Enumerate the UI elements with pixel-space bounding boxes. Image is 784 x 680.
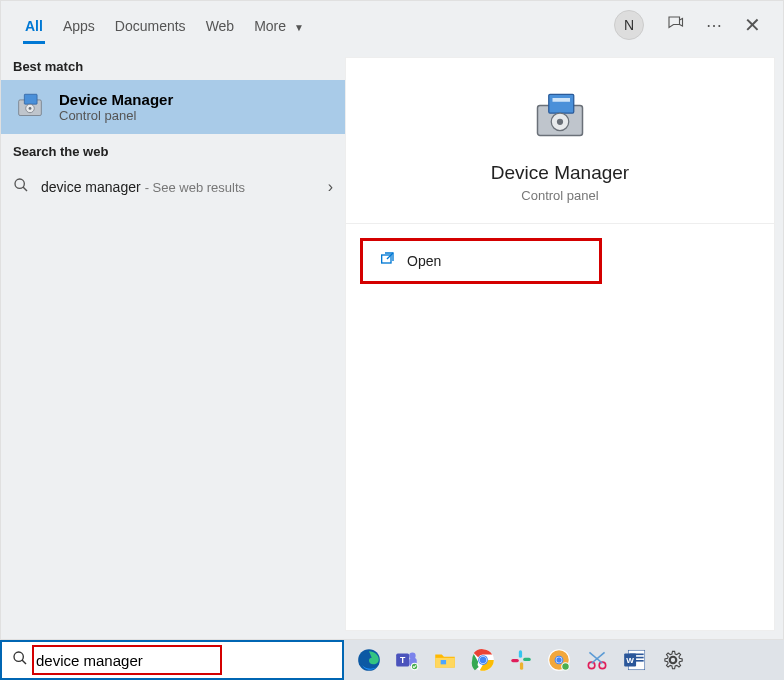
best-match-result[interactable]: Device Manager Control panel: [1, 80, 345, 134]
close-icon[interactable]: ✕: [744, 13, 761, 37]
svg-rect-28: [520, 662, 523, 670]
search-icon: [12, 650, 28, 670]
svg-point-25: [480, 657, 487, 664]
svg-rect-21: [441, 660, 446, 664]
search-web-header: Search the web: [1, 134, 345, 165]
svg-point-4: [15, 179, 24, 188]
best-match-text: Device Manager Control panel: [59, 91, 173, 123]
svg-text:T: T: [400, 655, 406, 665]
best-match-subtitle: Control panel: [59, 108, 173, 123]
header-actions: N ⋯ ✕: [614, 10, 769, 40]
tab-more[interactable]: More ▼: [244, 6, 314, 44]
word-icon[interactable]: W: [620, 645, 650, 675]
best-match-header: Best match: [1, 49, 345, 80]
details-title: Device Manager: [346, 162, 774, 184]
file-explorer-icon[interactable]: [430, 645, 460, 675]
settings-icon[interactable]: [658, 645, 688, 675]
tab-all[interactable]: All: [15, 6, 53, 44]
svg-rect-7: [549, 94, 574, 113]
slack-icon[interactable]: [506, 645, 536, 675]
left-pane: Best match Device Manager Control panel …: [1, 49, 345, 639]
svg-rect-29: [511, 659, 519, 662]
search-input[interactable]: [36, 652, 296, 669]
teams-icon[interactable]: T: [392, 645, 422, 675]
device-manager-icon: [530, 88, 590, 148]
search-icon: [13, 177, 29, 197]
svg-point-10: [557, 119, 563, 125]
chevron-down-icon: ▼: [294, 22, 304, 33]
svg-rect-27: [523, 658, 531, 661]
web-result-label: device manager: [41, 179, 141, 195]
tab-more-label: More: [254, 18, 286, 34]
chrome-icon[interactable]: [468, 645, 498, 675]
user-avatar[interactable]: N: [614, 10, 644, 40]
tab-apps[interactable]: Apps: [53, 6, 105, 44]
snip-icon[interactable]: [582, 645, 612, 675]
web-result-hint: - See web results: [145, 180, 245, 195]
edge-icon[interactable]: [354, 645, 384, 675]
web-result-row[interactable]: device manager - See web results ›: [1, 165, 345, 209]
svg-rect-26: [519, 650, 522, 658]
right-pane: Device Manager Control panel Open: [345, 57, 775, 631]
details-subtitle: Control panel: [346, 188, 774, 203]
open-button[interactable]: Open: [360, 238, 602, 284]
svg-line-13: [22, 660, 26, 664]
taskbar-search[interactable]: [0, 640, 344, 680]
tab-row: All Apps Documents Web More ▼ N ⋯ ✕: [1, 1, 783, 49]
search-window: All Apps Documents Web More ▼ N ⋯ ✕ Best…: [0, 0, 784, 640]
taskbar: T W: [0, 640, 784, 680]
open-icon: [379, 251, 395, 271]
best-match-title: Device Manager: [59, 91, 173, 108]
details-header: Device Manager Control panel: [346, 58, 774, 224]
svg-text:W: W: [626, 656, 634, 665]
chrome-canary-icon[interactable]: [544, 645, 574, 675]
tab-documents[interactable]: Documents: [105, 6, 196, 44]
svg-point-34: [556, 657, 561, 662]
svg-rect-8: [553, 98, 571, 102]
panes: Best match Device Manager Control panel …: [1, 49, 783, 639]
svg-rect-1: [24, 94, 37, 104]
svg-point-12: [14, 652, 23, 661]
feedback-icon[interactable]: [666, 14, 684, 36]
tab-web[interactable]: Web: [196, 6, 245, 44]
device-manager-icon: [13, 90, 47, 124]
more-options-icon[interactable]: ⋯: [706, 16, 722, 35]
chevron-right-icon: ›: [328, 178, 333, 196]
svg-point-35: [562, 663, 570, 671]
open-label: Open: [407, 253, 441, 269]
svg-point-3: [29, 107, 32, 110]
taskbar-icons: T W: [344, 645, 784, 675]
svg-line-5: [23, 187, 27, 191]
